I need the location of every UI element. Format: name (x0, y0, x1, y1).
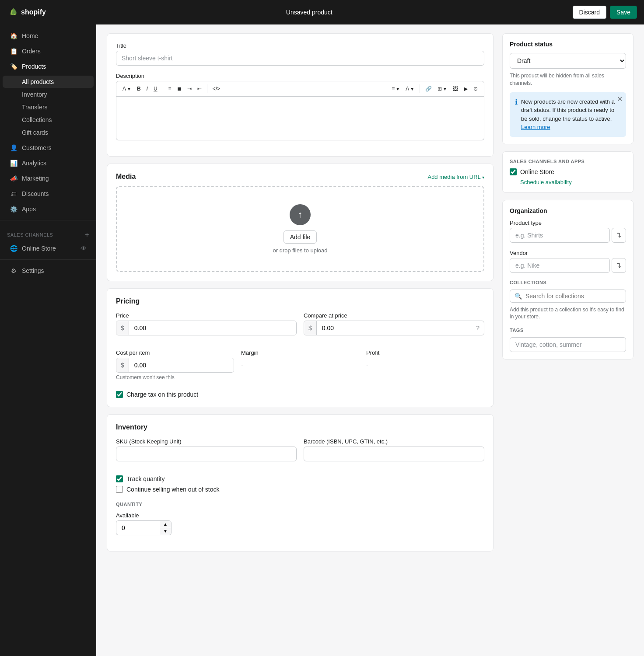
sku-input[interactable] (116, 447, 297, 461)
save-button[interactable]: Save (610, 6, 637, 19)
collections-note: Add this product to a collection so it's… (510, 306, 626, 321)
sidebar-sub-transfers[interactable]: Transfers (3, 101, 94, 113)
collections-search-input[interactable] (525, 293, 621, 300)
product-status-select[interactable]: Draft Active (510, 53, 626, 69)
learn-more-link[interactable]: Learn more (521, 124, 550, 130)
sidebar-item-customers[interactable]: 👤 Customers (3, 140, 94, 155)
quantity-input[interactable] (116, 520, 160, 535)
quantity-decrement-btn[interactable]: ▼ (160, 528, 171, 535)
sidebar-item-online-store[interactable]: 🌐 Online Store 👁 (3, 241, 94, 256)
sidebar: 🏠 Home 📋 Orders 🏷️ Products All products… (0, 24, 96, 569)
quantity-stepper: ▲ ▼ (160, 520, 172, 535)
sidebar-item-orders[interactable]: 📋 Orders (3, 44, 94, 59)
sidebar-label-products: Products (22, 63, 46, 70)
description-editor[interactable] (116, 97, 484, 140)
image-btn[interactable]: 🖼 (450, 84, 461, 94)
info-close-button[interactable]: ✕ (617, 96, 623, 103)
numbered-list-btn[interactable]: ≣ (175, 84, 184, 94)
vendor-group: Vendor ⇅ (510, 250, 626, 273)
sidebar-item-marketing[interactable]: 📣 Marketing (3, 171, 94, 186)
sidebar-item-home[interactable]: 🏠 Home (3, 28, 94, 43)
sidebar-label-discounts: Discounts (22, 190, 49, 197)
sidebar-item-discounts[interactable]: 🏷 Discounts (3, 186, 94, 201)
add-channel-button[interactable]: + (85, 231, 89, 239)
collections-search-wrap: 🔍 (510, 290, 626, 303)
outdent-btn[interactable]: ⇤ (195, 84, 204, 94)
product-type-label: Product type (510, 220, 626, 226)
compare-price-input-wrap: $ ? (304, 321, 484, 335)
indent-btn[interactable]: ⇥ (185, 84, 194, 94)
title-input[interactable] (116, 51, 484, 66)
text-color-btn[interactable]: A ▼ (403, 84, 417, 94)
charge-tax-label[interactable]: Charge tax on this product (126, 391, 198, 398)
cost-currency-symbol: $ (116, 358, 129, 372)
compare-price-input[interactable] (317, 321, 472, 335)
bullet-list-btn[interactable]: ≡ (166, 84, 174, 94)
track-quantity-label[interactable]: Track quantity (126, 475, 164, 482)
bold-btn[interactable]: B (134, 84, 144, 94)
sidebar-item-apps[interactable]: ⚙️ Apps (3, 202, 94, 216)
discard-button[interactable]: Discard (573, 6, 606, 19)
online-store-channel-label[interactable]: Online Store (520, 168, 554, 175)
table-btn[interactable]: ⊞ ▼ (435, 84, 450, 94)
schedule-availability-link[interactable]: Schedule availability (520, 179, 626, 185)
continue-selling-row: Continue selling when out of stock (116, 486, 484, 493)
continue-selling-label[interactable]: Continue selling when out of stock (126, 486, 219, 493)
insert-group: 🔗 ⊞ ▼ 🖼 ▶ ⊙ (423, 84, 480, 94)
tags-section: TAGS (510, 328, 626, 352)
page-title-nav: Unsaved product (53, 9, 566, 16)
add-media-url-btn[interactable]: Add media from URL ▾ (427, 174, 484, 180)
sidebar-item-settings[interactable]: ⚙ Settings (3, 263, 94, 278)
settings-icon: ⚙ (10, 267, 18, 275)
sidebar-sub-gift-cards[interactable]: Gift cards (3, 126, 94, 139)
sidebar-sub-inventory[interactable]: Inventory (3, 88, 94, 101)
font-family-btn[interactable]: A ▼ (120, 84, 134, 94)
price-label: Price (116, 312, 297, 319)
inventory-label: Inventory (22, 91, 47, 98)
code-btn[interactable]: </> (210, 84, 223, 94)
logo-text: shopify (21, 8, 46, 16)
compare-currency-symbol: $ (304, 321, 317, 335)
sidebar-sub-all-products[interactable]: All products (3, 76, 94, 88)
sidebar-divider-2 (0, 259, 96, 260)
online-store-eye-icon[interactable]: 👁 (80, 245, 87, 252)
vendor-input[interactable] (510, 258, 610, 273)
continue-selling-checkbox[interactable] (116, 486, 123, 493)
product-type-select-btn[interactable]: ⇅ (612, 228, 626, 243)
video-btn[interactable]: ▶ (461, 84, 470, 94)
track-quantity-row: Track quantity (116, 475, 484, 482)
charge-tax-checkbox[interactable] (116, 391, 123, 398)
product-status-card: Product status Draft Active This product… (502, 33, 634, 144)
sidebar-item-products[interactable]: 🏷️ Products (3, 59, 94, 74)
collections-label: Collections (22, 116, 52, 123)
online-store-checkbox[interactable] (510, 168, 517, 175)
sidebar-item-analytics[interactable]: 📊 Analytics (3, 156, 94, 171)
align-btn[interactable]: ≡ ▼ (389, 84, 402, 94)
discounts-icon: 🏷 (10, 190, 18, 198)
cost-per-item-input[interactable] (129, 358, 234, 372)
vendor-select-btn[interactable]: ⇅ (612, 258, 626, 273)
track-quantity-checkbox[interactable] (116, 475, 123, 482)
italic-btn[interactable]: I (144, 84, 150, 94)
add-file-button[interactable]: Add file (284, 230, 317, 244)
pricing-row-2: Cost per item $ Customers won't see this… (116, 349, 484, 387)
cost-per-item-group: Cost per item $ Customers won't see this (116, 349, 234, 380)
align-group: ≡ ▼ A ▼ (389, 84, 417, 94)
product-type-input[interactable] (510, 228, 610, 243)
tags-input[interactable] (510, 337, 626, 352)
table-chevron: ▼ (443, 87, 447, 91)
sidebar-label-orders: Orders (22, 48, 41, 55)
media-upload-area[interactable]: ↑ Add file or drop files to upload (116, 186, 484, 272)
barcode-input[interactable] (304, 447, 484, 461)
content-grid: Title Description A ▼ B I U (107, 33, 634, 558)
compare-price-help-icon[interactable]: ? (472, 321, 484, 335)
link-btn[interactable]: 🔗 (423, 84, 434, 94)
sidebar-label-apps: Apps (22, 206, 36, 213)
quantity-increment-btn[interactable]: ▲ (160, 521, 171, 528)
sidebar-label-marketing: Marketing (22, 175, 49, 182)
underline-btn[interactable]: U (151, 84, 160, 94)
price-input[interactable] (129, 321, 296, 335)
sidebar-sub-collections[interactable]: Collections (3, 114, 94, 126)
more-btn[interactable]: ⊙ (471, 84, 480, 94)
profit-label: Profit (366, 349, 484, 356)
